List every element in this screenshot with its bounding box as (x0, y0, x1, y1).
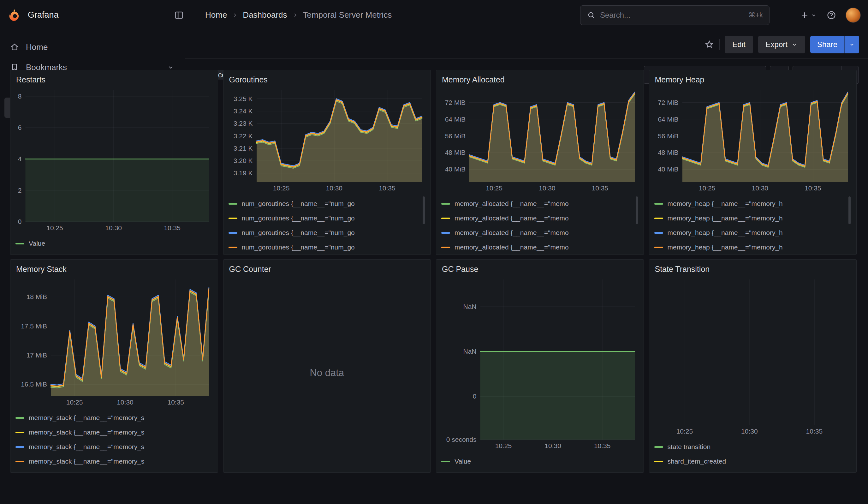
share-button[interactable]: Share (810, 36, 844, 53)
share-menu-caret[interactable] (844, 36, 859, 53)
legend: Value (16, 233, 213, 251)
panel-title[interactable]: GC Pause (442, 265, 638, 274)
top-nav: Grafana Home Dashboards Temporal Server … (0, 0, 868, 30)
breadcrumb-dashboards[interactable]: Dashboards (243, 10, 287, 20)
legend-label: memory_allocated {__name__="memo (455, 214, 569, 222)
export-button[interactable]: Export (758, 36, 805, 53)
legend: Value (441, 451, 639, 469)
legend-scrollbar[interactable] (848, 196, 851, 224)
y-axis-label: 40 MiB (441, 165, 466, 173)
series-color-marker (228, 203, 237, 205)
share-split-button: Share (810, 36, 859, 53)
legend: memory_allocated {__name__="memomemory_a… (441, 193, 639, 251)
legend-item[interactable]: memory_stack {__name__="memory_s (16, 440, 213, 454)
panel-title[interactable]: State Transition (655, 265, 851, 274)
legend-label: memory_heap {__name__="memory_h (668, 244, 783, 251)
y-axis-label: 3.19 K (228, 169, 253, 177)
x-axis-label: 10:35 (794, 184, 832, 192)
y-axis-label: 0 (441, 392, 477, 400)
sidebar-item-home[interactable]: Home (4, 37, 179, 57)
search-icon (587, 11, 596, 20)
legend-label: num_goroutines {__name__="num_go (242, 229, 355, 237)
chevron-down-icon (849, 41, 855, 48)
legend-item[interactable]: num_goroutines {__name__="num_go (228, 211, 426, 225)
chart-goroutines[interactable]: 3.25 K3.24 K3.23 K3.22 K3.21 K3.20 K3.19… (228, 88, 426, 193)
favorite-star-icon[interactable] (704, 40, 714, 50)
panel-title[interactable]: Goroutines (229, 75, 425, 84)
panel-title[interactable]: Restarts (16, 75, 212, 84)
y-axis-label: 48 MiB (654, 149, 679, 156)
legend-item[interactable]: memory_allocated {__name__="memo (441, 225, 639, 240)
legend-label: memory_stack {__name__="memory_s (29, 457, 144, 465)
legend-label: Value (29, 240, 45, 247)
legend-scrollbar[interactable] (636, 196, 638, 224)
x-axis-label: 10:35 (157, 399, 195, 406)
legend-item[interactable]: memory_stack {__name__="memory_s (16, 425, 213, 440)
legend-item[interactable]: memory_allocated {__name__="memo (441, 196, 639, 211)
panel-title[interactable]: Memory Stack (16, 265, 212, 274)
x-axis-label: 10:30 (315, 184, 353, 192)
legend-item[interactable]: Value (441, 454, 639, 469)
legend-label: memory_allocated {__name__="memo (455, 200, 569, 207)
x-axis-label: 10:35 (795, 428, 833, 435)
legend-item[interactable]: memory_allocated {__name__="memo (441, 211, 639, 225)
breadcrumb-separator-icon (231, 12, 238, 19)
panel-restarts: Restarts8642010:2510:3010:35Value (10, 70, 218, 255)
y-axis-label: 64 MiB (441, 116, 466, 123)
panel-state-transition: State Transition10:2510:3010:35state tra… (649, 259, 857, 473)
x-axis-label: 10:25 (688, 184, 726, 192)
series-color-marker (16, 417, 24, 419)
help-icon[interactable] (826, 10, 836, 20)
legend-item[interactable]: state transition (654, 440, 851, 454)
y-axis-label: 4 (16, 155, 22, 163)
legend-item[interactable]: memory_stack {__name__="memory_s (16, 454, 213, 469)
user-avatar[interactable] (846, 8, 860, 22)
legend-item[interactable]: memory_allocated {__name__="memo (441, 240, 639, 251)
chart-gc-pause[interactable]: NaNNaN00 seconds10:2510:3010:35 (441, 277, 639, 451)
x-axis-label: 10:30 (528, 184, 566, 192)
legend-label: shard_item_created (668, 457, 726, 465)
breadcrumb-home[interactable]: Home (205, 10, 227, 20)
y-axis-label: 72 MiB (441, 99, 466, 106)
home-icon (9, 42, 20, 52)
divider (719, 39, 720, 50)
x-axis-label: 10:30 (534, 442, 572, 450)
legend-scrollbar[interactable] (423, 196, 425, 224)
export-button-label: Export (766, 40, 787, 49)
panel-title[interactable]: Memory Allocated (442, 75, 638, 84)
legend-item[interactable]: memory_heap {__name__="memory_h (654, 240, 851, 251)
legend-item[interactable]: shard_item_created (654, 454, 851, 469)
brand-title: Grafana (28, 10, 59, 20)
legend-item[interactable]: memory_heap {__name__="memory_h (654, 225, 851, 240)
panel-gc-pause: GC PauseNaNNaN00 seconds10:2510:3010:35V… (436, 259, 644, 473)
chart-state-transition[interactable]: 10:2510:3010:35 (654, 277, 851, 436)
chart-memory-allocated[interactable]: 72 MiB64 MiB56 MiB48 MiB40 MiB10:2510:30… (441, 88, 639, 193)
series-color-marker (441, 461, 450, 462)
sidebar-toggle-icon[interactable] (174, 10, 184, 21)
legend-label: num_goroutines {__name__="num_go (242, 244, 355, 251)
chart-memory-heap[interactable]: 72 MiB64 MiB56 MiB48 MiB40 MiB10:2510:30… (654, 88, 851, 193)
x-axis-label: 10:25 (36, 224, 74, 232)
search-shortcut: ⌘+k (748, 11, 763, 19)
legend-item[interactable]: num_goroutines {__name__="num_go (228, 240, 426, 251)
chart-restarts[interactable]: 8642010:2510:3010:35 (16, 88, 213, 233)
edit-button[interactable]: Edit (725, 36, 753, 53)
series-color-marker (16, 432, 24, 433)
legend-item[interactable]: memory_stack {__name__="memory_s (16, 411, 213, 425)
legend-item[interactable]: memory_heap {__name__="memory_h (654, 196, 851, 211)
y-axis-label: NaN (441, 303, 477, 310)
panel-title[interactable]: Memory Heap (655, 75, 851, 84)
chart-memory-stack[interactable]: 18 MiB17.5 MiB17 MiB16.5 MiB10:2510:3010… (16, 277, 213, 407)
legend-item[interactable]: Value (16, 236, 213, 251)
legend-item[interactable]: num_goroutines {__name__="num_go (228, 196, 426, 211)
x-axis-label: 10:30 (106, 399, 144, 406)
y-axis-label: 18 MiB (16, 293, 47, 301)
panel-goroutines: Goroutines3.25 K3.24 K3.23 K3.22 K3.21 K… (223, 70, 431, 255)
panel-title[interactable]: GC Counter (229, 265, 425, 274)
new-button[interactable] (800, 10, 817, 20)
legend-item[interactable]: memory_heap {__name__="memory_h (654, 211, 851, 225)
legend-item[interactable]: num_goroutines {__name__="num_go (228, 225, 426, 240)
y-axis-label: 8 (16, 93, 22, 100)
grafana-logo-icon[interactable] (8, 8, 21, 22)
search-input[interactable]: Search... ⌘+k (580, 6, 769, 25)
